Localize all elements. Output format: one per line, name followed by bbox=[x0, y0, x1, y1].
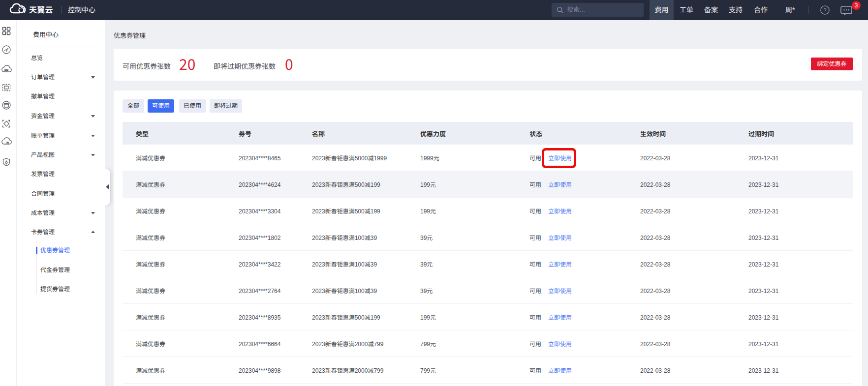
svg-text:?: ? bbox=[823, 7, 826, 13]
